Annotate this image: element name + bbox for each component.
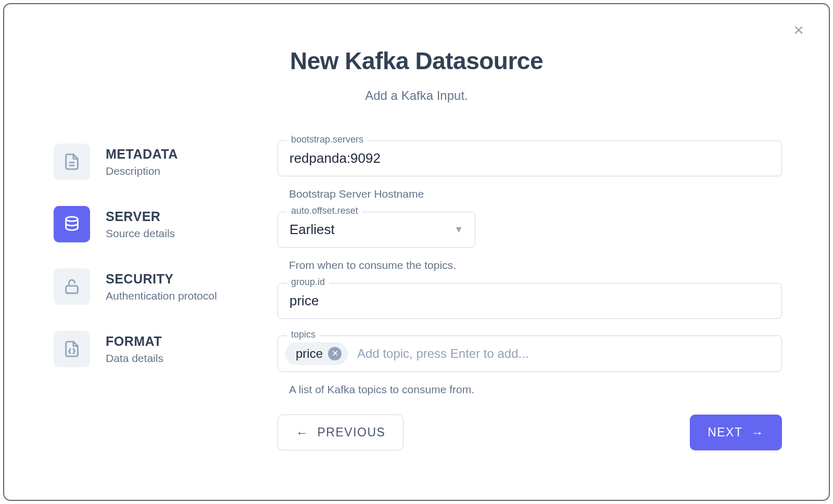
step-text: SECURITY Authentication protocol bbox=[106, 268, 217, 302]
step-subtitle: Authentication protocol bbox=[106, 290, 217, 302]
step-subtitle: Source details bbox=[106, 227, 175, 240]
topics-field: topics price ✕ bbox=[277, 335, 782, 372]
chip-label: price bbox=[296, 346, 323, 361]
topic-chip: price ✕ bbox=[285, 342, 348, 365]
field-label: group.id bbox=[287, 277, 329, 288]
select-value: Earliest bbox=[289, 222, 335, 238]
lock-icon bbox=[54, 268, 90, 305]
step-subtitle: Data details bbox=[106, 352, 163, 365]
braces-file-icon bbox=[54, 331, 90, 367]
arrow-right-icon: → bbox=[751, 427, 765, 439]
auto-offset-reset-select[interactable]: Earliest ▼ bbox=[277, 212, 475, 248]
step-text: SERVER Source details bbox=[106, 206, 175, 240]
field-label: bootstrap.servers bbox=[287, 134, 368, 145]
dialog-subtitle: Add a Kafka Input. bbox=[4, 88, 829, 103]
dialog-content: METADATA Description SERVER Source detai… bbox=[4, 103, 829, 450]
wizard-footer: ← PREVIOUS NEXT → bbox=[277, 415, 782, 450]
modal-dialog: × New Kafka Datasource Add a Kafka Input… bbox=[3, 3, 830, 501]
step-title: SERVER bbox=[106, 209, 175, 224]
step-subtitle: Description bbox=[106, 165, 178, 177]
field-label: topics bbox=[287, 329, 320, 340]
next-button[interactable]: NEXT → bbox=[690, 415, 782, 450]
database-icon bbox=[54, 206, 90, 242]
button-label: PREVIOUS bbox=[318, 425, 386, 440]
step-security[interactable]: SECURITY Authentication protocol bbox=[54, 268, 225, 305]
svg-rect-3 bbox=[66, 286, 78, 293]
server-form: bootstrap.servers Bootstrap Server Hostn… bbox=[277, 140, 782, 450]
auto-offset-reset-help: From when to consume the topics. bbox=[289, 259, 782, 272]
step-text: METADATA Description bbox=[106, 144, 178, 177]
step-title: METADATA bbox=[106, 147, 178, 162]
dialog-title: New Kafka Datasource bbox=[4, 47, 829, 75]
step-metadata[interactable]: METADATA Description bbox=[54, 144, 225, 180]
field-label: auto.offset.reset bbox=[287, 205, 362, 216]
bootstrap-servers-field: bootstrap.servers bbox=[277, 140, 782, 176]
auto-offset-reset-field: auto.offset.reset Earliest ▼ bbox=[277, 212, 475, 248]
button-label: NEXT bbox=[708, 425, 742, 440]
bootstrap-servers-help: Bootstrap Server Hostname bbox=[289, 188, 782, 200]
step-format[interactable]: FORMAT Data details bbox=[54, 331, 225, 367]
topics-help: A list of Kafka topics to consume from. bbox=[289, 383, 782, 396]
chevron-down-icon: ▼ bbox=[454, 224, 463, 235]
step-server[interactable]: SERVER Source details bbox=[54, 206, 225, 242]
topics-input[interactable] bbox=[355, 343, 774, 364]
group-id-field: group.id bbox=[277, 283, 782, 319]
close-button[interactable]: × bbox=[793, 21, 804, 38]
file-icon bbox=[54, 144, 90, 180]
close-icon: × bbox=[793, 20, 804, 40]
dialog-header: New Kafka Datasource Add a Kafka Input. bbox=[4, 4, 829, 103]
previous-button[interactable]: ← PREVIOUS bbox=[277, 415, 403, 450]
bootstrap-servers-input[interactable] bbox=[277, 140, 782, 176]
svg-point-2 bbox=[66, 217, 78, 222]
step-title: SECURITY bbox=[106, 272, 217, 287]
steps-sidebar: METADATA Description SERVER Source detai… bbox=[54, 140, 225, 450]
step-title: FORMAT bbox=[106, 334, 163, 349]
group-id-input[interactable] bbox=[277, 283, 782, 319]
chip-remove-icon[interactable]: ✕ bbox=[328, 347, 342, 360]
topics-chipbox[interactable]: price ✕ bbox=[277, 335, 782, 372]
arrow-left-icon: ← bbox=[296, 427, 309, 439]
step-text: FORMAT Data details bbox=[106, 331, 163, 365]
